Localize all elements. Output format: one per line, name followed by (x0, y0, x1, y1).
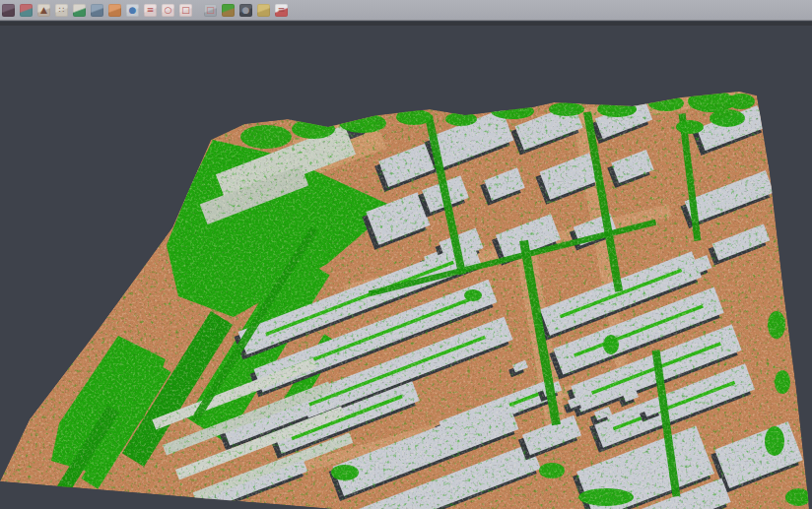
globe-icon-glyph: ● (126, 4, 139, 17)
dem-surface-icon-glyph (73, 4, 86, 17)
orthophoto-icon[interactable] (107, 3, 122, 18)
terrain-model-icon-glyph: ▲ (37, 4, 50, 17)
dem-surface-icon[interactable] (72, 3, 87, 18)
viewport-top-shadow (0, 22, 812, 26)
terrain-model-icon[interactable]: ▲ (36, 3, 51, 18)
main-toolbar: ▲∷●≡○□□●≡ (0, 0, 812, 21)
snapshot-icon[interactable]: □ (203, 3, 218, 18)
export-doc-icon-glyph (257, 4, 270, 17)
point-cloud-icon-glyph: ∷ (55, 4, 68, 17)
cross-section-icon-glyph (20, 4, 33, 17)
3d-viewport[interactable] (0, 22, 812, 509)
globe-icon[interactable]: ● (125, 3, 140, 18)
texture-noise (0, 22, 812, 509)
clipping-box-icon[interactable] (1, 3, 16, 18)
export-doc-icon[interactable] (256, 3, 271, 18)
terrain-mesh (0, 22, 812, 509)
selection-box-icon[interactable]: □ (178, 3, 193, 18)
scene-svg (0, 22, 812, 509)
orthophoto-icon-glyph (108, 4, 121, 17)
layers-icon-glyph: ≡ (275, 4, 288, 17)
clipping-box-icon-glyph (2, 4, 15, 17)
profile-list-icon-glyph: ≡ (144, 4, 157, 17)
camera-icon[interactable]: ● (238, 3, 253, 18)
column-display-icon-glyph (91, 4, 103, 17)
layers-icon[interactable]: ≡ (274, 3, 289, 18)
target-icon-glyph: ○ (162, 4, 174, 17)
point-cloud-icon[interactable]: ∷ (54, 3, 69, 18)
cross-section-icon[interactable] (19, 3, 34, 18)
column-display-icon[interactable] (90, 3, 104, 18)
profile-list-icon[interactable]: ≡ (143, 3, 158, 18)
classification-map-icon[interactable] (221, 3, 236, 18)
classification-map-icon-glyph (222, 4, 235, 17)
selection-box-icon-glyph: □ (179, 4, 192, 17)
snapshot-icon-glyph: □ (204, 4, 217, 17)
target-icon[interactable]: ○ (161, 3, 175, 18)
camera-icon-glyph: ● (239, 4, 252, 17)
